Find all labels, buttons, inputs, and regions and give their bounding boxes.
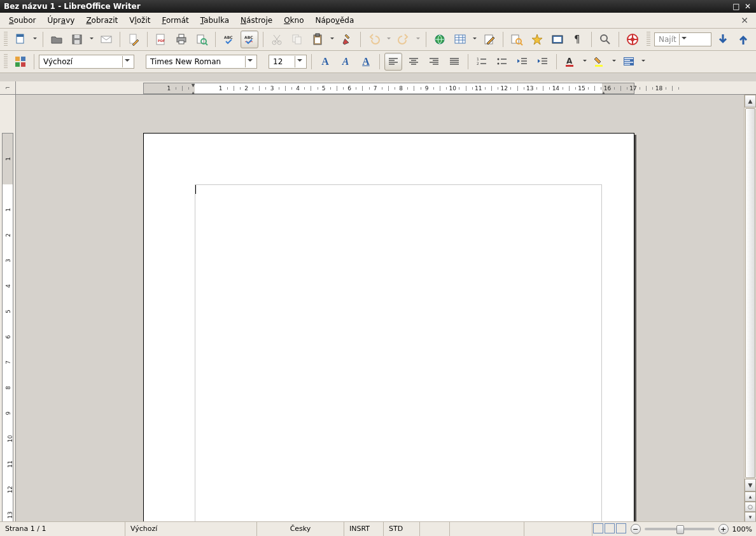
nonprinting-characters-button[interactable]: ¶ — [569, 31, 587, 48]
paragraph-style-combo[interactable]: Výchozí — [39, 55, 134, 69]
align-center-button[interactable] — [405, 53, 423, 71]
align-justify-button[interactable] — [445, 53, 463, 71]
zoom-value[interactable]: 100% — [732, 525, 752, 533]
page[interactable] — [143, 133, 634, 522]
zoom-in-button[interactable]: + — [718, 524, 729, 534]
horizontal-ruler[interactable]: ▾▾▴▴1123456789101112131415161718 — [16, 81, 756, 94]
redo-dropdown[interactable] — [415, 31, 421, 48]
copy-button[interactable] — [288, 31, 306, 48]
print-preview-button[interactable] — [193, 31, 211, 48]
hyperlink-button[interactable] — [431, 31, 449, 48]
menu-napoveda[interactable]: Nápověda — [311, 15, 360, 26]
zoom-out-button[interactable]: − — [631, 524, 641, 534]
font-color-dropdown[interactable] — [582, 53, 588, 70]
navigator-button[interactable] — [528, 31, 546, 48]
svg-rect-50 — [595, 65, 603, 67]
scroll-up-button[interactable]: ▲ — [745, 95, 756, 107]
svg-text:1: 1 — [477, 57, 479, 61]
italic-button[interactable]: A — [337, 53, 354, 71]
font-size-combo[interactable]: 12 — [269, 55, 307, 69]
window-maximize-button[interactable]: □ — [732, 0, 741, 13]
svg-rect-41 — [21, 57, 25, 61]
export-pdf-button[interactable]: PDF — [152, 31, 170, 48]
bold-button[interactable]: A — [316, 53, 334, 71]
status-language[interactable]: Česky — [257, 522, 344, 536]
vertical-ruler[interactable]: 11234567891011121314 — [0, 95, 16, 522]
menu-upravy[interactable]: Úpravy — [42, 15, 80, 26]
background-color-dropdown[interactable] — [640, 53, 647, 70]
scroll-thumb[interactable] — [745, 108, 755, 478]
align-left-button[interactable] — [384, 53, 402, 71]
open-button[interactable] — [48, 31, 66, 48]
status-page[interactable]: Strana 1 / 1 — [0, 522, 125, 536]
text-cursor — [195, 185, 196, 194]
ruler-corner[interactable]: ⌐ — [0, 81, 16, 94]
edit-file-button[interactable] — [125, 31, 143, 48]
view-layout-buttons[interactable] — [592, 523, 627, 535]
menu-format[interactable]: Formát — [157, 15, 193, 26]
find-replace-button[interactable] — [508, 31, 526, 48]
zoom-slider[interactable] — [645, 528, 715, 530]
find-toolbar-input[interactable]: Najít — [654, 32, 711, 46]
document-close-button[interactable]: ✕ — [737, 15, 752, 25]
status-selection-mode[interactable]: STD — [384, 522, 420, 536]
spellcheck-button[interactable]: ABC — [220, 31, 238, 48]
undo-button[interactable] — [365, 31, 383, 48]
prev-page-button[interactable]: ▴ — [745, 491, 756, 502]
gallery-button[interactable] — [549, 31, 566, 48]
font-name-combo[interactable]: Times New Roman — [146, 55, 257, 69]
navigation-button[interactable]: ○ — [745, 502, 756, 512]
status-style[interactable]: Výchozí — [125, 522, 257, 536]
next-page-button[interactable]: ▾ — [745, 512, 756, 522]
undo-dropdown[interactable] — [386, 31, 392, 48]
numbered-list-button[interactable]: 12 — [473, 53, 491, 71]
vertical-scrollbar[interactable]: ▲ ▼ ▴ ○ ▾ — [744, 95, 756, 522]
align-right-button[interactable] — [425, 53, 443, 71]
window-titlebar: Bez názvu 1 - LibreOffice Writer □ ✕ — [0, 0, 756, 13]
font-color-button[interactable]: A — [561, 53, 579, 71]
email-button[interactable] — [97, 31, 115, 48]
insert-table-button[interactable] — [451, 31, 469, 48]
menubar: Soubor Úpravy Zobrazit Vložit Formát Tab… — [0, 13, 756, 29]
redo-button[interactable] — [395, 31, 412, 48]
document-canvas[interactable] — [16, 95, 744, 522]
increase-indent-button[interactable] — [534, 53, 552, 71]
cut-button[interactable] — [268, 31, 286, 48]
toolbar-grip-2[interactable] — [647, 32, 650, 47]
svg-rect-23 — [315, 38, 320, 43]
menu-soubor[interactable]: Soubor — [4, 15, 41, 26]
save-dropdown[interactable] — [88, 31, 95, 48]
highlight-dropdown[interactable] — [611, 53, 617, 70]
scroll-down-button[interactable]: ▼ — [745, 479, 756, 491]
zoom-button[interactable] — [596, 31, 614, 48]
auto-spellcheck-button[interactable]: ABC — [241, 31, 258, 48]
save-button[interactable] — [68, 31, 86, 48]
paste-button[interactable] — [309, 31, 326, 48]
paste-dropdown[interactable] — [329, 31, 335, 48]
show-draw-functions-button[interactable] — [480, 31, 498, 48]
underline-button[interactable]: A — [357, 53, 375, 71]
menu-zobrazit[interactable]: Zobrazit — [81, 15, 123, 26]
window-close-button[interactable]: ✕ — [743, 0, 752, 13]
highlight-button[interactable] — [591, 53, 608, 71]
menu-nastroje[interactable]: Nástroje — [235, 15, 277, 26]
svg-text:ABC: ABC — [224, 35, 233, 39]
menu-okno[interactable]: Okno — [279, 15, 309, 26]
format-paintbrush-button[interactable] — [338, 31, 356, 48]
find-previous-button[interactable] — [734, 31, 752, 48]
bulleted-list-button[interactable] — [493, 53, 511, 71]
insert-table-dropdown[interactable] — [472, 31, 478, 48]
styles-formatting-button[interactable] — [11, 53, 29, 71]
toolbar-grip[interactable] — [4, 32, 8, 47]
toolbar-grip-3[interactable] — [4, 54, 8, 69]
menu-vlozit[interactable]: Vložit — [124, 15, 155, 26]
help-button[interactable] — [624, 31, 641, 48]
new-document-button[interactable] — [11, 31, 29, 48]
find-next-button[interactable] — [714, 31, 732, 48]
print-button[interactable] — [172, 31, 190, 48]
background-color-button[interactable] — [620, 53, 638, 71]
menu-tabulka[interactable]: Tabulka — [195, 15, 234, 26]
new-document-dropdown[interactable] — [32, 31, 38, 48]
decrease-indent-button[interactable] — [514, 53, 531, 71]
status-insert-mode[interactable]: INSRT — [344, 522, 384, 536]
